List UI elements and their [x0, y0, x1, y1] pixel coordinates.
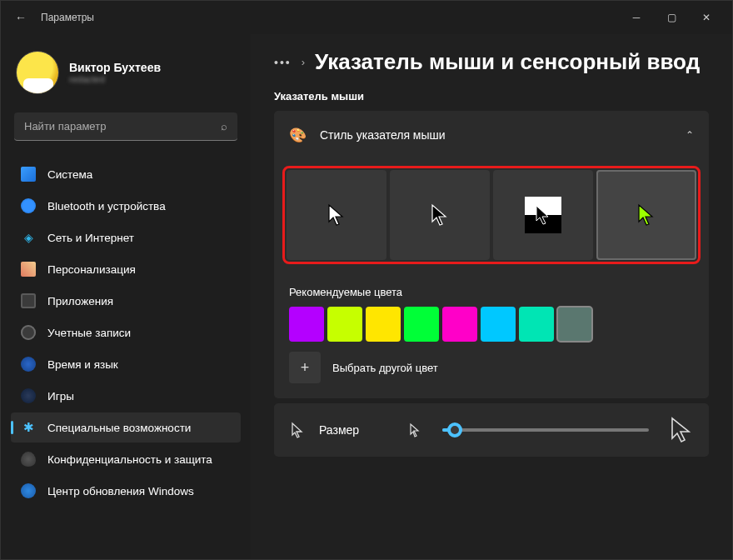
pointer-style-label: Стиль указателя мыши — [320, 128, 446, 142]
sidebar-item-accessibility[interactable]: ✱Специальные возможности — [11, 412, 241, 442]
breadcrumb: ••• › Указатель мыши и сенсорный ввод — [274, 49, 709, 75]
slider-thumb[interactable] — [447, 422, 462, 438]
clock-icon — [21, 357, 36, 372]
search-icon: ⌕ — [221, 120, 227, 132]
pointer-style-black[interactable] — [390, 170, 490, 260]
window-title: Параметры — [41, 12, 94, 23]
sidebar-item-bluetooth[interactable]: Bluetooth и устройства — [11, 191, 241, 221]
avatar — [16, 51, 59, 94]
profile-name: Виктор Бухтеев — [69, 61, 161, 74]
cursor-max-icon — [671, 417, 692, 443]
wifi-icon: ◈ — [21, 230, 36, 245]
paintbrush-icon — [21, 262, 36, 277]
cursor-small-icon — [291, 422, 304, 438]
apps-icon — [21, 293, 36, 308]
search-placeholder: Найти параметр — [24, 120, 106, 132]
accessibility-icon: ✱ — [21, 420, 36, 435]
cursor-custom-icon — [637, 203, 656, 227]
cursor-inverted-icon — [535, 204, 551, 226]
person-icon — [21, 325, 36, 340]
pointer-style-header[interactable]: 🎨 Стиль указателя мыши ⌃ — [274, 111, 709, 159]
recommended-label: Рекомендуемые цвета — [289, 286, 694, 298]
swatch-yellow[interactable] — [366, 307, 401, 342]
titlebar: ← Параметры ─ ▢ ✕ — [1, 1, 732, 34]
sidebar: Виктор Бухтеев redacted Найти параметр ⌕… — [1, 34, 251, 559]
sidebar-item-network[interactable]: ◈Сеть и Интернет — [11, 222, 241, 252]
pointer-style-white[interactable] — [287, 170, 386, 260]
minimize-button[interactable]: ─ — [631, 12, 642, 23]
pointer-style-custom[interactable] — [596, 170, 696, 260]
breadcrumb-parent[interactable]: ••• — [274, 56, 292, 69]
main-content: ••• › Указатель мыши и сенсорный ввод Ук… — [251, 34, 732, 559]
size-slider[interactable] — [442, 428, 649, 432]
sidebar-item-accounts[interactable]: Учетные записи — [11, 318, 241, 348]
search-input[interactable]: Найти параметр ⌕ — [14, 112, 237, 141]
swatch-green[interactable] — [404, 307, 439, 342]
sidebar-item-apps[interactable]: Приложения — [11, 286, 241, 316]
recommended-colors-section: Рекомендуемые цвета + Выбрать другой цв — [274, 272, 709, 398]
profile-block[interactable]: Виктор Бухтеев redacted — [6, 44, 246, 101]
swatch-lime[interactable] — [327, 307, 362, 342]
pick-color-label: Выбрать другой цвет — [332, 362, 438, 374]
sidebar-item-time[interactable]: Время и язык — [11, 349, 241, 379]
cursor-min-icon — [409, 422, 421, 438]
pointer-style-card: 🎨 Стиль указателя мыши ⌃ — [274, 111, 709, 398]
sidebar-item-privacy[interactable]: Конфиденциальность и защита — [11, 444, 241, 474]
swatch-gray[interactable] — [557, 307, 592, 342]
update-icon — [21, 483, 36, 498]
inverted-box — [525, 197, 561, 233]
back-button[interactable]: ← — [7, 11, 34, 24]
sidebar-item-gaming[interactable]: Игры — [11, 381, 241, 411]
swatch-teal[interactable] — [519, 307, 554, 342]
maximize-button[interactable]: ▢ — [666, 12, 677, 23]
cursor-white-icon — [327, 203, 346, 227]
close-button[interactable]: ✕ — [701, 12, 712, 23]
plus-icon: + — [301, 359, 310, 377]
chevron-right-icon: › — [302, 56, 305, 68]
chevron-up-icon: ⌃ — [686, 129, 694, 141]
bluetooth-icon — [21, 198, 36, 213]
swatch-pink[interactable] — [442, 307, 477, 342]
nav-list: Система Bluetooth и устройства ◈Сеть и И… — [6, 159, 246, 506]
profile-email: redacted — [69, 74, 161, 84]
sidebar-item-personalization[interactable]: Персонализация — [11, 254, 241, 284]
sidebar-item-update[interactable]: Центр обновления Windows — [11, 476, 241, 506]
sidebar-item-system[interactable]: Система — [11, 159, 241, 189]
swatch-purple[interactable] — [289, 307, 324, 342]
shield-icon — [21, 452, 36, 467]
palette-icon: 🎨 — [289, 127, 307, 144]
cursor-black-icon — [431, 203, 449, 227]
pick-color-button[interactable]: + — [289, 352, 321, 383]
color-swatches — [289, 307, 694, 342]
size-card: Размер — [274, 403, 709, 457]
size-label: Размер — [319, 423, 394, 437]
page-title: Указатель мыши и сенсорный ввод — [315, 49, 700, 75]
swatch-blue[interactable] — [481, 307, 516, 342]
section-label: Указатель мыши — [274, 90, 709, 102]
pointer-style-inverted[interactable] — [493, 170, 593, 260]
system-icon — [21, 167, 36, 182]
gamepad-icon — [21, 388, 36, 403]
pointer-style-options — [282, 166, 701, 264]
